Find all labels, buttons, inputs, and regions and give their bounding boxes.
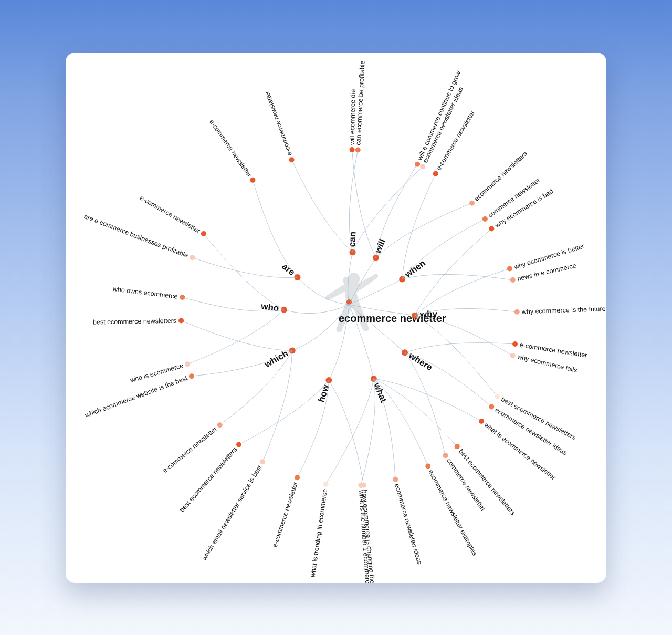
leaf-node [289, 157, 295, 162]
category-label-are: are [280, 261, 297, 277]
leaf-node [507, 266, 512, 271]
leaf-node [295, 475, 300, 480]
leaf-label: best ecommerce newsletters [93, 317, 176, 326]
category-label-will: will [372, 237, 387, 255]
category-label-which: which [262, 348, 290, 369]
leaf-label: what is ecommerce newsletter [482, 421, 557, 481]
leaf-node [185, 361, 190, 367]
leaf-node [178, 318, 184, 323]
leaf-label: e-commerce newsletter [208, 118, 253, 178]
leaf-node [495, 394, 500, 399]
leaf-node [180, 295, 185, 300]
leaf-label: ecommerce newsletter ideas [393, 483, 423, 565]
leaf-node [510, 352, 516, 358]
leaf-label: e-commerce newsletter [139, 194, 202, 234]
leaf-label: why ecommerce is the future [521, 305, 606, 315]
leaf-node [455, 444, 460, 449]
leaf-label: will e commerce continue to grow [416, 69, 463, 161]
leaf-node [469, 200, 475, 205]
leaf-node [250, 177, 255, 182]
leaf-node [217, 422, 223, 428]
leaf-label: ecommerce newsletter examples [427, 469, 478, 557]
leaf-node [489, 226, 494, 231]
leaf-node [189, 373, 194, 379]
leaf-node [482, 216, 488, 221]
leaf-node [512, 341, 518, 347]
leaf-node [190, 255, 195, 260]
leaf-label: e-commerce newsletter [263, 90, 293, 157]
leaf-node [323, 481, 328, 486]
leaf-node [236, 442, 242, 447]
leaf-node [350, 147, 355, 152]
leaf-label: who owns ecommerce [112, 285, 178, 300]
leaf-label: e-commerce newsletter [271, 481, 299, 548]
leaf-label: e-commerce newsletter [161, 425, 218, 474]
leaf-node [510, 277, 516, 283]
leaf-node [355, 147, 361, 152]
leaf-node [415, 161, 420, 166]
leaf-node [489, 404, 494, 409]
leaf-node [393, 476, 398, 482]
leaf-node [420, 164, 425, 169]
leaf-node [433, 171, 438, 176]
leaf-node [260, 459, 265, 464]
leaf-node [443, 453, 448, 458]
radial-diagram: ecommerce newlettercane-commerce newslet… [66, 53, 606, 583]
leaf-node [514, 309, 520, 314]
leaf-node [479, 419, 484, 424]
leaf-label: will ecommerce die [349, 89, 357, 145]
leaf-node [425, 463, 430, 469]
diagram-card: ecommerce newlettercane-commerce newslet… [66, 53, 606, 583]
leaf-node [201, 231, 206, 236]
leaf-label: what is trending in ecommerce [309, 488, 329, 578]
leaf-node [361, 482, 366, 487]
